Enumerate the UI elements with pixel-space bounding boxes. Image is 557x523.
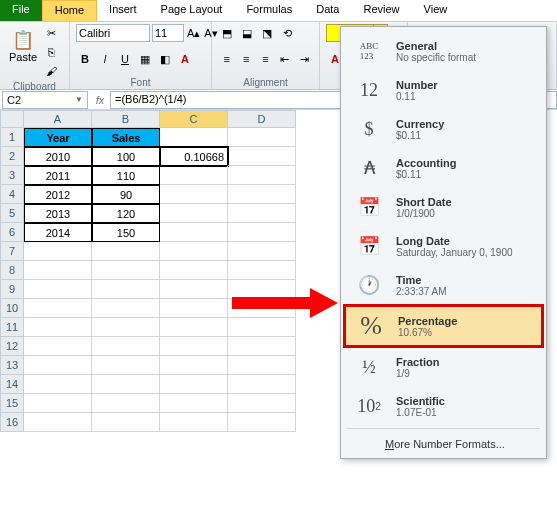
format-option-long-date[interactable]: 📅Long DateSaturday, January 0, 1900 — [344, 227, 543, 265]
cell-B15[interactable] — [92, 394, 160, 413]
align-center-button[interactable]: ≡ — [237, 50, 254, 68]
cell-C9[interactable] — [160, 280, 228, 299]
font-color-button[interactable]: A — [176, 50, 194, 68]
format-option-number[interactable]: 12Number0.11 — [344, 71, 543, 109]
row-header-7[interactable]: 7 — [0, 242, 24, 261]
cell-A3[interactable]: 2011 — [24, 166, 92, 185]
cell-D8[interactable] — [228, 261, 296, 280]
cell-C2[interactable]: 0.10668 — [160, 147, 228, 166]
border-button[interactable]: ▦ — [136, 50, 154, 68]
format-option-general[interactable]: ABC123GeneralNo specific format — [344, 32, 543, 70]
cell-B13[interactable] — [92, 356, 160, 375]
cell-B1[interactable]: Sales — [92, 128, 160, 147]
tab-data[interactable]: Data — [304, 0, 351, 21]
decrease-indent-button[interactable]: ⇤ — [276, 50, 293, 68]
column-header-A[interactable]: A — [24, 110, 92, 128]
cell-B16[interactable] — [92, 413, 160, 432]
increase-indent-button[interactable]: ⇥ — [296, 50, 313, 68]
italic-button[interactable]: I — [96, 50, 114, 68]
align-bottom-button[interactable]: ⬔ — [258, 24, 276, 42]
fx-icon[interactable]: fx — [90, 94, 110, 106]
row-header-8[interactable]: 8 — [0, 261, 24, 280]
cell-A5[interactable]: 2013 — [24, 204, 92, 223]
cell-D11[interactable] — [228, 318, 296, 337]
row-header-12[interactable]: 12 — [0, 337, 24, 356]
align-middle-button[interactable]: ⬓ — [238, 24, 256, 42]
cell-D14[interactable] — [228, 375, 296, 394]
tab-formulas[interactable]: Formulas — [234, 0, 304, 21]
row-header-10[interactable]: 10 — [0, 299, 24, 318]
cell-D5[interactable] — [228, 204, 296, 223]
format-option-percentage[interactable]: %Percentage10.67% — [344, 305, 543, 347]
cell-C7[interactable] — [160, 242, 228, 261]
column-header-B[interactable]: B — [92, 110, 160, 128]
column-header-C[interactable]: C — [160, 110, 228, 128]
cell-B2[interactable]: 100 — [92, 147, 160, 166]
select-all-corner[interactable] — [0, 110, 24, 128]
cell-D16[interactable] — [228, 413, 296, 432]
row-header-13[interactable]: 13 — [0, 356, 24, 375]
cell-A8[interactable] — [24, 261, 92, 280]
format-option-fraction[interactable]: ½Fraction1/9 — [344, 348, 543, 386]
cell-B5[interactable]: 120 — [92, 204, 160, 223]
cell-A11[interactable] — [24, 318, 92, 337]
cell-C10[interactable] — [160, 299, 228, 318]
cell-B6[interactable]: 150 — [92, 223, 160, 242]
paste-button[interactable]: 📋 Paste — [6, 24, 40, 68]
font-size-combo[interactable] — [152, 24, 184, 42]
cell-A10[interactable] — [24, 299, 92, 318]
cell-A14[interactable] — [24, 375, 92, 394]
cell-A7[interactable] — [24, 242, 92, 261]
format-option-scientific[interactable]: 102Scientific1.07E-01 — [344, 387, 543, 425]
more-number-formats[interactable]: More Number Formats... — [341, 432, 546, 454]
cell-C13[interactable] — [160, 356, 228, 375]
tab-home[interactable]: Home — [42, 0, 97, 21]
cell-B11[interactable] — [92, 318, 160, 337]
cell-B9[interactable] — [92, 280, 160, 299]
cell-A16[interactable] — [24, 413, 92, 432]
cell-A2[interactable]: 2010 — [24, 147, 92, 166]
cell-A1[interactable]: Year — [24, 128, 92, 147]
cell-C16[interactable] — [160, 413, 228, 432]
cell-C1[interactable] — [160, 128, 228, 147]
cell-C14[interactable] — [160, 375, 228, 394]
font-name-combo[interactable] — [76, 24, 150, 42]
row-header-4[interactable]: 4 — [0, 185, 24, 204]
format-option-currency[interactable]: $Currency$0.11 — [344, 110, 543, 148]
cell-D1[interactable] — [228, 128, 296, 147]
cell-B14[interactable] — [92, 375, 160, 394]
fill-color-button[interactable]: ◧ — [156, 50, 174, 68]
tab-file[interactable]: File — [0, 0, 42, 21]
tab-insert[interactable]: Insert — [97, 0, 149, 21]
orientation-button[interactable]: ⟲ — [278, 24, 296, 42]
cell-C15[interactable] — [160, 394, 228, 413]
cell-B10[interactable] — [92, 299, 160, 318]
align-top-button[interactable]: ⬒ — [218, 24, 236, 42]
cut-button[interactable]: ✂ — [42, 24, 60, 42]
row-header-2[interactable]: 2 — [0, 147, 24, 166]
cell-D7[interactable] — [228, 242, 296, 261]
row-header-6[interactable]: 6 — [0, 223, 24, 242]
row-header-9[interactable]: 9 — [0, 280, 24, 299]
cell-A13[interactable] — [24, 356, 92, 375]
cell-A9[interactable] — [24, 280, 92, 299]
cell-A12[interactable] — [24, 337, 92, 356]
format-painter-button[interactable]: 🖌 — [42, 62, 60, 80]
cell-D6[interactable] — [228, 223, 296, 242]
tab-review[interactable]: Review — [351, 0, 411, 21]
row-header-5[interactable]: 5 — [0, 204, 24, 223]
cell-D4[interactable] — [228, 185, 296, 204]
grow-font-button[interactable]: A▴ — [186, 24, 201, 42]
cell-C12[interactable] — [160, 337, 228, 356]
name-box[interactable]: C2 ▼ — [2, 91, 88, 109]
bold-button[interactable]: B — [76, 50, 94, 68]
cell-B12[interactable] — [92, 337, 160, 356]
underline-button[interactable]: U — [116, 50, 134, 68]
format-option-accounting[interactable]: ₳Accounting$0.11 — [344, 149, 543, 187]
column-header-D[interactable]: D — [228, 110, 296, 128]
cell-D15[interactable] — [228, 394, 296, 413]
cell-A15[interactable] — [24, 394, 92, 413]
row-header-16[interactable]: 16 — [0, 413, 24, 432]
row-header-14[interactable]: 14 — [0, 375, 24, 394]
cell-B3[interactable]: 110 — [92, 166, 160, 185]
